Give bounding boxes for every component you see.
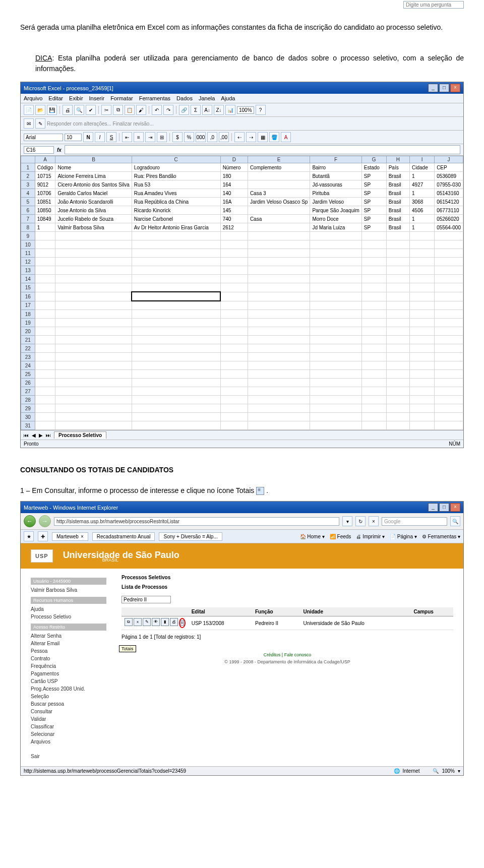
minimize-button[interactable]: _ <box>428 84 438 92</box>
feeds-link[interactable]: 📶 Feeds <box>330 534 351 539</box>
align-center-icon[interactable]: ≡ <box>134 132 144 142</box>
italic-icon[interactable]: I <box>95 132 105 142</box>
formula-input[interactable] <box>65 145 460 154</box>
action-edit-icon[interactable]: ✎ <box>143 618 151 626</box>
favorites-icon[interactable]: ★ <box>24 531 34 541</box>
chart-icon[interactable]: 📊 <box>225 105 235 115</box>
credits[interactable]: Créditos | Fale conosco <box>122 652 453 657</box>
open-icon[interactable]: 📂 <box>35 105 45 115</box>
preview-icon[interactable]: 🔍 <box>74 105 84 115</box>
paste-icon[interactable]: 📋 <box>125 105 135 115</box>
menu-janela[interactable]: Janela <box>199 95 215 101</box>
sort-desc-icon[interactable]: Z↓ <box>214 105 224 115</box>
close-button[interactable]: × <box>450 84 460 92</box>
print-link[interactable]: 🖨 Imprimir ▾ <box>356 534 385 539</box>
stop-icon[interactable]: × <box>369 516 379 526</box>
align-left-icon[interactable]: ⇤ <box>122 132 132 142</box>
page-link[interactable]: 📄 Página ▾ <box>390 534 417 539</box>
nav-link[interactable]: Pessoa <box>31 647 106 655</box>
fill-color-icon[interactable]: 🪣 <box>269 132 279 142</box>
action-totais-icon[interactable]: ≡ <box>180 620 184 626</box>
maximize-button[interactable]: □ <box>439 84 449 92</box>
review2-icon[interactable]: ✎ <box>35 118 45 129</box>
action-excel-icon[interactable]: x <box>134 618 142 626</box>
borders-icon[interactable]: ▦ <box>258 132 268 142</box>
menu-ajuda[interactable]: Ajuda <box>221 95 235 101</box>
nav-link[interactable]: Prog.Acesso 2008 Unid. <box>31 685 106 693</box>
go-button[interactable]: ▾ <box>342 516 352 526</box>
menu-ferramentas[interactable]: Ferramentas <box>139 95 170 101</box>
nav-link[interactable]: Buscar pessoa <box>31 700 106 708</box>
browser-tab-2[interactable]: Recadastramento Anual <box>92 532 155 541</box>
help-icon[interactable]: ? <box>256 105 266 115</box>
back-button[interactable]: ← <box>24 515 36 527</box>
bold-icon[interactable]: N <box>83 132 93 142</box>
format-painter-icon[interactable]: 🖌 <box>136 105 146 115</box>
indent-dec-icon[interactable]: ⇠ <box>234 132 245 142</box>
nav-link[interactable]: Alterar Email <box>31 640 106 647</box>
tab-nav-first-icon[interactable]: ⏮ <box>24 432 29 438</box>
worksheet[interactable]: ABCDEFGHIJ1CódigoNomeLogradouroNúmeroCom… <box>21 156 463 430</box>
search-box[interactable]: Google <box>382 517 447 526</box>
menu-inserir[interactable]: Inserir <box>89 95 105 101</box>
font-name-input[interactable]: Arial <box>24 134 63 141</box>
home-link[interactable]: 🏠 Home ▾ <box>300 534 325 539</box>
nav-link[interactable]: Arquivos <box>31 738 106 746</box>
zoom-value[interactable]: 100% <box>442 768 455 774</box>
align-right-icon[interactable]: ⇥ <box>145 132 155 142</box>
action-copy-icon[interactable]: ⧉ <box>125 618 133 626</box>
autosum-icon[interactable]: Σ <box>191 105 201 115</box>
nav-link[interactable]: Contrato <box>31 655 106 662</box>
nav-link[interactable]: Processo Seletivo <box>31 613 106 621</box>
zoom-input[interactable]: 100% <box>237 106 254 114</box>
refresh-icon[interactable]: ↻ <box>355 516 366 526</box>
percent-icon[interactable]: % <box>184 132 194 142</box>
nav-link[interactable]: Selecionar <box>31 730 106 738</box>
nav-link[interactable]: Consultar <box>31 708 106 715</box>
forward-button[interactable]: → <box>39 515 51 527</box>
menu-arquivo[interactable]: Arquivo <box>24 95 42 101</box>
nav-link[interactable]: Classificar <box>31 723 106 730</box>
tools-link[interactable]: ⚙ Ferramentas ▾ <box>422 534 460 539</box>
nav-link[interactable]: Seleção <box>31 693 106 700</box>
dec-dec-icon[interactable]: ,00 <box>219 132 229 142</box>
nav-link[interactable]: Pagamentos <box>31 670 106 677</box>
redo-icon[interactable]: ↷ <box>163 105 173 115</box>
action-view-icon[interactable]: 👁 <box>152 618 160 626</box>
thousands-icon[interactable]: 000 <box>196 132 206 142</box>
sort-asc-icon[interactable]: A↓ <box>202 105 212 115</box>
currency-icon[interactable]: $ <box>172 132 183 142</box>
ie-close-button[interactable]: × <box>450 503 460 512</box>
address-bar[interactable]: http://sistemas.usp.br/marteweb/processo… <box>54 517 339 526</box>
sheet-tab[interactable]: Processo Seletivo <box>54 431 106 439</box>
font-color-icon[interactable]: A <box>281 132 291 142</box>
nav-sair[interactable]: Sair <box>31 753 106 760</box>
zoom-icon[interactable]: 🔍 <box>433 768 439 774</box>
nav-link[interactable]: Frequência <box>31 662 106 670</box>
save-icon[interactable]: 💾 <box>47 105 57 115</box>
menu-formatar[interactable]: Formatar <box>110 95 133 101</box>
new-icon[interactable]: 📄 <box>24 105 34 115</box>
browser-tab-1[interactable]: Marteweb× <box>52 532 88 541</box>
inc-dec-icon[interactable]: ,0 <box>207 132 217 142</box>
tab-nav-prev-icon[interactable]: ◀ <box>32 432 36 438</box>
hyperlink-icon[interactable]: 🔗 <box>179 105 189 115</box>
undo-icon[interactable]: ↶ <box>152 105 162 115</box>
menu-exibir[interactable]: Exibir <box>69 95 83 101</box>
print-icon[interactable]: 🖨 <box>63 105 73 115</box>
search-icon[interactable]: 🔍 <box>450 516 460 526</box>
nav-link[interactable]: Validar <box>31 715 106 723</box>
merge-icon[interactable]: ⊞ <box>157 132 167 142</box>
nav-link[interactable]: Ajuda <box>31 605 106 613</box>
menu-dados[interactable]: Dados <box>176 95 193 101</box>
ie-minimize-button[interactable]: _ <box>428 503 438 512</box>
ask-question-input[interactable] <box>403 1 464 9</box>
action-barcode-icon[interactable]: ▮ <box>161 618 169 626</box>
review-icon[interactable]: ✉ <box>24 118 34 129</box>
browser-tab-3[interactable]: Sony + Diversão = Alp... <box>159 532 222 541</box>
indent-inc-icon[interactable]: ⇢ <box>246 132 256 142</box>
nav-link[interactable]: Cartão USP <box>31 677 106 685</box>
underline-icon[interactable]: S <box>106 132 116 142</box>
add-favorites-icon[interactable]: ✚ <box>38 531 48 541</box>
tab-nav-next-icon[interactable]: ▶ <box>39 432 43 438</box>
